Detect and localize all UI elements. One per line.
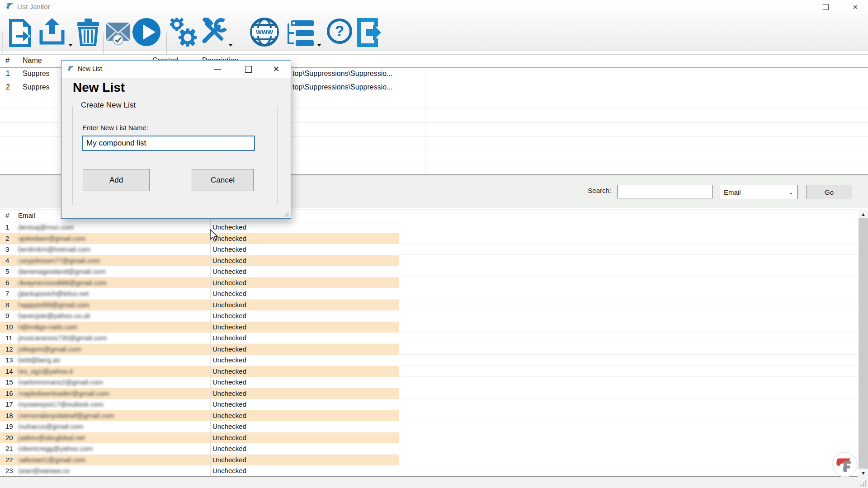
list-row-number: 1 [6,70,10,78]
import-list-icon[interactable] [6,19,33,47]
email-row-status: Unchecked [212,389,246,397]
email-row-address: joliegom@gmail.com [18,345,81,353]
dialog-heading: New List [73,80,125,95]
search-filter-value: Email [724,188,741,196]
dialog-resize-grip-icon[interactable] [283,211,289,217]
email-row-status: Unchecked [212,267,246,275]
window-minimize-button[interactable] [780,0,801,14]
email-row-address: jessicaramos730@gmail.com [18,334,107,342]
email-row-address: marlonromans2@gmail.com [18,378,103,386]
email-row-address: sean@wanwa.co [18,467,70,474]
email-row-address: safestart1@gmail.com [18,456,85,464]
dialog-maximize-button[interactable] [235,61,261,78]
email-row-address: muhacus@gmail.com [18,422,83,430]
email-row-number: 17 [5,400,13,408]
lists-dropdown-caret[interactable] [317,44,321,47]
lists-col-number[interactable]: # [5,56,9,65]
email-row-address: it@indigo-nails.com [18,323,77,331]
grid-column-divider [210,210,211,476]
add-button[interactable]: Add [83,169,150,191]
vertical-scrollbar[interactable]: ▲ ▼ [859,210,868,477]
window-title: List Janitor [17,3,50,10]
web-www-icon[interactable]: www [249,17,280,47]
email-row-status: Unchecked [212,356,246,364]
dialog-title: New List [78,65,102,72]
email-row-address: benlimkm@hotmail.com [18,245,90,253]
email-col-email[interactable]: Email [18,211,35,219]
email-row-number: 4 [5,257,9,264]
cancel-button-label: Cancel [211,176,235,185]
email-row-status: Unchecked [212,456,246,464]
dialog-close-button[interactable]: ✕ [263,61,289,78]
scroll-down-button[interactable]: ▼ [859,469,868,477]
cancel-button[interactable]: Cancel [192,169,254,191]
search-input[interactable] [617,185,713,198]
grid-column-divider [425,67,425,174]
tools-icon[interactable] [199,18,227,47]
email-row-status: Unchecked [212,245,246,253]
email-row-number: 5 [5,267,9,275]
email-row-number: 15 [5,378,13,386]
email-row-address: damenagowland@gmail.com [18,267,106,275]
app-logo-icon [5,2,15,12]
email-row-address: happytot99@gmail.com [18,301,90,309]
email-row-number: 9 [5,312,9,319]
window-maximize-button[interactable] [815,0,836,14]
email-row-number: 11 [5,334,13,342]
tools-dropdown-caret[interactable] [228,44,233,47]
run-icon[interactable] [132,18,161,47]
email-row-number: 16 [5,389,13,397]
email-col-number[interactable]: # [5,211,9,219]
email-row-status: Unchecked [212,257,246,264]
email-row-status: Unchecked [212,290,246,297]
email-row-status: Unchecked [212,400,246,408]
scroll-up-button[interactable]: ▲ [859,210,868,218]
email-row-address: mapledownloader@gmail.com [18,389,109,397]
export-dropdown-caret[interactable] [68,44,73,47]
new-list-name-input[interactable] [82,136,255,151]
manage-lists-icon[interactable] [285,20,315,46]
delete-list-icon[interactable] [76,18,100,46]
search-filter-select[interactable]: Email ⌄ [720,185,798,199]
go-button[interactable]: Go [806,185,852,199]
help-icon[interactable]: ? [326,18,353,44]
app-window: List Janitor ✕ [0,0,868,488]
status-bar [0,477,868,488]
verify-email-icon[interactable] [105,22,131,46]
new-list-dialog: New List ✕ New List Create New List Ente… [61,60,291,219]
exit-icon[interactable] [356,18,384,47]
title-bar: List Janitor ✕ [0,0,868,14]
email-row-number: 20 [5,434,13,441]
grid-column-divider [19,210,20,476]
settings-icon[interactable] [169,18,198,47]
email-row-number: 13 [5,356,13,364]
search-label: Search: [586,187,611,194]
email-row-status: Unchecked [212,412,246,419]
export-list-icon[interactable] [38,18,66,47]
lists-col-name[interactable]: Name [23,56,42,65]
grid-column-divider [399,210,399,476]
brand-logo [832,452,858,477]
email-grid-bottom-border [0,476,858,477]
email-row-address: coryjohnson77@gmail.com [18,257,100,264]
dialog-minimize-button[interactable] [204,61,231,78]
resize-grip-icon[interactable] [860,480,867,487]
email-row-status: Unchecked [212,445,246,452]
email-row-status: Unchecked [212,434,246,441]
dialog-title-bar[interactable]: New List ✕ [61,61,291,78]
window-close-button[interactable]: ✕ [845,0,866,14]
email-row-number: 1 [5,223,9,231]
grid-column-divider [318,94,318,174]
email-grid-empty-area [399,222,858,476]
email-row-status: Unchecked [212,312,246,319]
add-button-label: Add [109,176,123,185]
email-row-address: ajokedare@gmail.com [18,235,85,242]
mouse-cursor-icon [209,229,219,243]
toolbar: www ? [0,14,868,51]
email-row-address: robertcregg@yahoo.com [18,445,93,452]
email-row-address: patkev@sbcglobal.net [18,434,85,441]
email-row-status: Unchecked [212,422,246,430]
email-row-number: 19 [5,422,13,430]
brand-logo-icon [835,455,855,474]
email-row-number: 12 [5,345,13,353]
